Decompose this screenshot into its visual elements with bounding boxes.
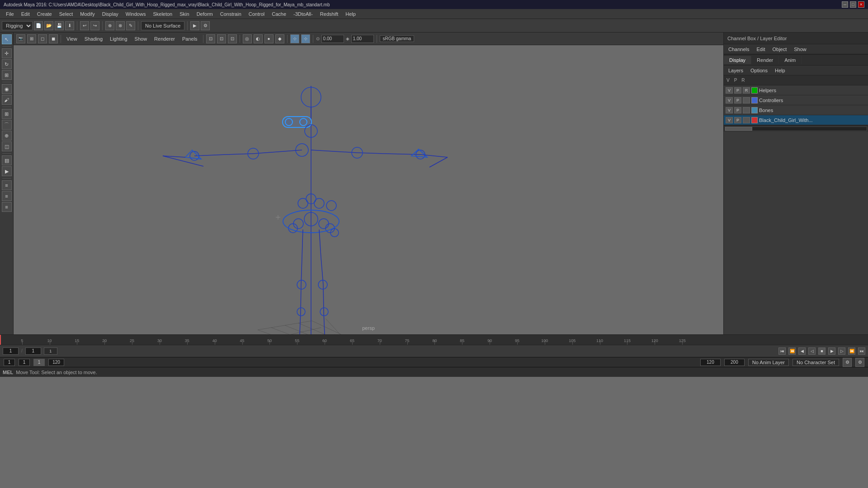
layers-subtab-options[interactable]: Options — [749, 67, 769, 74]
undo-btn[interactable]: ↩ — [80, 21, 89, 30]
menu-item-modify[interactable]: Modify — [77, 10, 98, 18]
layer-row-1[interactable]: VPControllers — [724, 95, 868, 105]
vp-icon5[interactable]: ◐ — [254, 34, 263, 43]
select-btn[interactable]: ⊕ — [105, 21, 114, 30]
menu-item-file[interactable]: File — [3, 10, 17, 18]
layer-flag-v-1[interactable]: V — [726, 97, 733, 103]
cb-tab-channels[interactable]: Channels — [726, 46, 751, 53]
layer-flag-p-3[interactable]: P — [734, 117, 741, 123]
vp-icon4[interactable]: ◎ — [243, 34, 252, 43]
layer-flag-v-0[interactable]: V — [726, 87, 733, 94]
play-fwd-btn[interactable]: ▶ — [828, 347, 835, 355]
snap-surface-btn[interactable]: ◫ — [2, 141, 12, 151]
layer-flag-p-0[interactable]: P — [734, 87, 741, 94]
scrollbar-thumb[interactable] — [725, 127, 752, 131]
import-btn[interactable]: ⬇ — [65, 21, 74, 30]
vp-icon2[interactable]: ⊡ — [217, 34, 226, 43]
vp-icon1[interactable]: ⊡ — [206, 34, 215, 43]
menu-item-skeleton[interactable]: Skeleton — [150, 10, 175, 18]
lighting-menu[interactable]: Lighting — [107, 35, 130, 42]
render-layer-btn[interactable]: ≡ — [2, 191, 12, 201]
menu-item-deform[interactable]: Deform — [193, 10, 216, 18]
play-back-btn[interactable]: ◁ — [808, 347, 816, 355]
save-scene-btn[interactable]: 💾 — [55, 21, 64, 30]
menu-item---dtoall-[interactable]: -3DtoAll- — [290, 10, 316, 18]
menu-item-display[interactable]: Display — [99, 10, 122, 18]
layer-flag-p-1[interactable]: P — [734, 97, 741, 103]
end-frame-val[interactable] — [48, 359, 64, 366]
next-frame-btn[interactable]: ▷ — [838, 347, 845, 355]
vp-smooth-btn[interactable]: ◼ — [49, 34, 58, 43]
new-scene-btn[interactable]: 📄 — [34, 21, 43, 30]
scale-tool-btn[interactable]: ⊞ — [2, 70, 12, 80]
step-back-btn[interactable]: ⏪ — [788, 347, 796, 355]
soft-select-btn[interactable]: ◉ — [2, 84, 12, 94]
timeline-ruler[interactable]: 1510152025303540455055606570758085909510… — [0, 335, 868, 345]
char-settings-btn[interactable]: ⚙ — [855, 358, 864, 367]
vp-value-b-input[interactable] — [351, 35, 374, 43]
select-tool-btn[interactable]: ↖ — [2, 34, 12, 44]
vp-cam-btn[interactable]: 📷 — [16, 34, 25, 43]
go-to-end-btn[interactable]: ⏭ — [858, 347, 865, 355]
layer-flag-p-2[interactable]: P — [734, 107, 741, 113]
layers-subtab-help[interactable]: Help — [773, 67, 787, 74]
render-btn[interactable]: ▶ — [190, 21, 199, 30]
layer-row-2[interactable]: VPBones — [724, 105, 868, 115]
minimize-button[interactable]: ─ — [842, 1, 848, 8]
cb-tab-edit[interactable]: Edit — [755, 46, 767, 53]
menu-item-redshift[interactable]: Redshift — [317, 10, 341, 18]
paint-weights-btn[interactable]: 🖌 — [2, 95, 12, 105]
cb-tab-show[interactable]: Show — [792, 46, 808, 53]
menu-item-control[interactable]: Control — [245, 10, 268, 18]
menu-item-edit[interactable]: Edit — [18, 10, 33, 18]
frame-lock[interactable] — [68, 359, 71, 366]
color-space-dropdown[interactable]: sRGB gamma — [380, 35, 415, 42]
vp-wire-btn[interactable]: ◻ — [38, 34, 47, 43]
frame-start-val[interactable] — [4, 359, 15, 366]
mode-dropdown[interactable]: Rigging — [2, 21, 33, 30]
vp-icon9[interactable]: ⊹ — [301, 34, 310, 43]
stop-btn[interactable]: ■ — [818, 347, 826, 355]
move-tool-btn[interactable]: ✛ — [2, 48, 12, 58]
frame-val2[interactable] — [19, 359, 30, 366]
vp-icon8[interactable]: ⊹ — [290, 34, 299, 43]
paint-btn[interactable]: ✎ — [126, 21, 135, 30]
vp-grid-btn[interactable]: ⊞ — [27, 34, 36, 43]
redo-btn[interactable]: ↪ — [90, 21, 99, 30]
layer-flag-r-3[interactable] — [743, 117, 750, 123]
vp-icon3[interactable]: ⊡ — [228, 34, 237, 43]
layer-flag-v-3[interactable]: V — [726, 117, 733, 123]
layer-flag-r-1[interactable] — [743, 97, 750, 103]
step-fwd-btn[interactable]: ⏩ — [848, 347, 855, 355]
show-menu[interactable]: Show — [132, 35, 150, 42]
close-button[interactable]: ✕ — [858, 1, 864, 8]
prev-frame-btn[interactable]: ◀ — [798, 347, 806, 355]
cb-tab-object[interactable]: Object — [770, 46, 788, 53]
no-live-surface-btn[interactable]: No Live Surface — [141, 21, 184, 30]
render-region-btn[interactable]: ▤ — [2, 155, 12, 165]
anim-settings-btn[interactable]: ⚙ — [843, 358, 852, 367]
vp-value-a-input[interactable] — [321, 35, 344, 43]
menu-item-create[interactable]: Create — [34, 10, 55, 18]
end-frame-val2[interactable] — [700, 359, 721, 366]
go-to-start-btn[interactable]: ⏮ — [778, 347, 786, 355]
frame-marker-input[interactable]: 1 — [44, 347, 57, 355]
vp-icon7[interactable]: ◆ — [275, 34, 284, 43]
snap-point-btn[interactable]: ⊕ — [2, 131, 12, 141]
shading-menu[interactable]: Shading — [82, 35, 105, 42]
display-tab[interactable]: Display — [724, 56, 751, 64]
renderer-menu[interactable]: Renderer — [151, 35, 178, 42]
layer-flag-r-2[interactable] — [743, 107, 750, 113]
panels-menu[interactable]: Panels — [179, 35, 200, 42]
vp-icon6[interactable]: ● — [264, 34, 274, 43]
maximize-button[interactable]: □ — [850, 1, 856, 8]
menu-item-select[interactable]: Select — [56, 10, 76, 18]
render-tab[interactable]: Render — [751, 56, 779, 64]
menu-item-help[interactable]: Help — [342, 10, 359, 18]
render-settings-btn[interactable]: ⚙ — [201, 21, 210, 30]
open-scene-btn[interactable]: 📂 — [44, 21, 53, 30]
layer-flag-v-2[interactable]: V — [726, 107, 733, 113]
view-menu[interactable]: View — [64, 35, 80, 42]
anim-layer-btn[interactable]: ≡ — [2, 202, 12, 212]
menu-item-cache[interactable]: Cache — [269, 10, 289, 18]
